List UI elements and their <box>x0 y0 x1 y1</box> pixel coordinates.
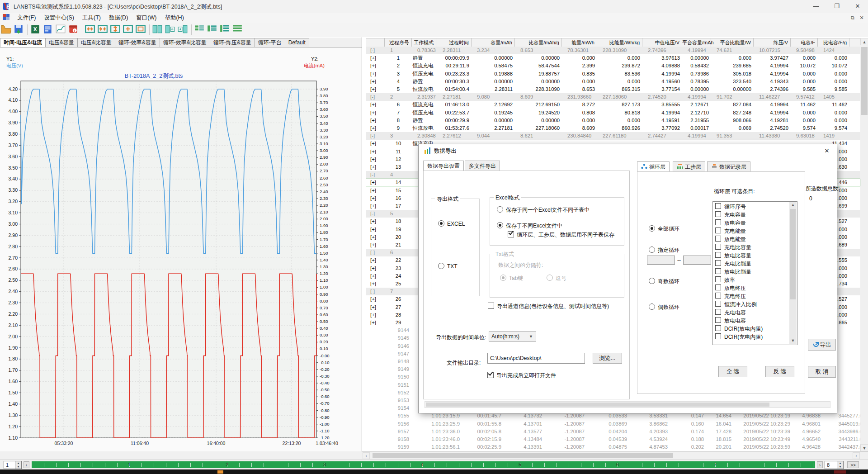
table-row[interactable]: [-]22.319372.271819.0808.609231.93660227… <box>366 93 860 101</box>
expand-toggle-icon[interactable]: [+] <box>366 85 385 93</box>
table-row[interactable]: [+]8静置00:00:29.90.000000.000000.0000.000… <box>366 117 860 124</box>
close-button[interactable]: ✕ <box>847 0 868 13</box>
invert-selection-button[interactable]: 反 选 <box>765 366 794 377</box>
list-item-0[interactable]: 循环序号 <box>713 203 789 211</box>
expand-toggle-icon[interactable]: [+] <box>366 194 385 202</box>
chart-tab-6[interactable]: 循环-平台 <box>255 38 285 47</box>
expand-toggle-icon[interactable]: [-] <box>366 47 385 54</box>
dock-right-icon[interactable] <box>177 24 189 35</box>
maximize-view-icon[interactable] <box>135 24 147 35</box>
mdi-restore-button[interactable]: ⧉ <box>849 14 856 21</box>
radio-same-excel-file[interactable]: 保存于同一个Excel文件不同子表中 <box>497 206 590 214</box>
expand-toggle-icon[interactable]: [+] <box>366 319 385 327</box>
expand-toggle-icon[interactable]: [-] <box>366 210 385 218</box>
export-button[interactable]: 导出 <box>808 339 836 351</box>
scroll-right-icon[interactable]: › <box>853 452 860 459</box>
column-header-12[interactable]: 电容/F <box>791 38 818 47</box>
list-item-5[interactable]: 充电比容量 <box>713 243 789 251</box>
minimize-button[interactable]: — <box>806 0 826 13</box>
plan-info-icon[interactable]: i <box>68 24 80 35</box>
table-row[interactable]: 91561.01:23:25.900:01:55.84.13701-1.2008… <box>366 420 860 428</box>
expand-toggle-icon[interactable]: [+] <box>366 311 385 319</box>
table-row[interactable]: [+]9恒流放电01:53:27.62.27181227.180608.6098… <box>366 124 860 132</box>
voltage-current-chart[interactable]: 4.204.104.003.903.803.703.603.503.403.30… <box>0 47 362 451</box>
table-row[interactable]: 91591.01:23:56.100:02:25.94.13391-1.2008… <box>366 443 860 451</box>
open-file-icon[interactable] <box>0 24 12 35</box>
progress-page-bar[interactable]: 1234567 <box>32 461 815 468</box>
left-page-spinner[interactable]: 1 ▲▼ <box>4 461 22 469</box>
column-header-10[interactable]: 平台比能量/W <box>711 38 754 47</box>
table-row[interactable]: 91581.01:23:46.000:02:15.94.13484-1.2008… <box>366 436 860 443</box>
expand-toggle-icon[interactable]: [+] <box>366 202 385 210</box>
cancel-button[interactable]: 取 消 <box>808 366 836 378</box>
taskbar-item[interactable] <box>834 470 846 474</box>
expand-toggle-icon[interactable]: [+] <box>366 265 385 272</box>
dock-left-icon[interactable] <box>165 24 176 35</box>
chart-tab-1[interactable]: 电压&容量 <box>45 38 78 47</box>
expand-toggle-icon[interactable]: [-] <box>366 249 385 256</box>
list-item-12[interactable]: 恒流冲入比例 <box>713 300 789 308</box>
radio-excel[interactable]: EXCEL <box>438 220 465 227</box>
chart-tab-4[interactable]: 循环-效率&比容量 <box>160 38 210 47</box>
expand-toggle-icon[interactable]: [+] <box>366 226 385 233</box>
column-header-3[interactable]: 过程时间 <box>437 38 472 47</box>
expand-toggle-icon[interactable]: [+] <box>366 78 385 85</box>
cycle-items-listbox[interactable]: 循环序号充电容量放电容量充电能量放电能量充电比容量放电比容量充电比能量放电比能量… <box>712 201 797 345</box>
table-vertical-scrollbar[interactable]: ▲ ▼ <box>860 38 868 451</box>
column-header-6[interactable]: 能量/mWh <box>562 38 597 47</box>
cycle-range-end-input[interactable] <box>683 256 711 265</box>
list-item-14[interactable]: 放电电容 <box>713 317 789 325</box>
expand-toggle-icon[interactable]: [+] <box>366 187 385 194</box>
expand-toggle-icon[interactable]: [+] <box>366 101 385 109</box>
expand-icon[interactable] <box>123 24 134 35</box>
expand-toggle-icon[interactable]: [+] <box>366 140 385 147</box>
chart-tab-5[interactable]: 循环-终压&容量 <box>210 38 255 47</box>
list-item-15[interactable]: DCIR(放电内阻) <box>713 325 789 333</box>
mdi-close-button[interactable]: ✕ <box>858 14 865 21</box>
scrollbar-thumb[interactable] <box>861 47 868 115</box>
column-header-8[interactable]: 中值电压/V <box>642 38 682 47</box>
table-row[interactable]: [+]7恒压充电00:22:53.70.1924519.245200.80880… <box>366 109 860 117</box>
table-row[interactable]: [+]1静置00:00:09.90.000000.000000.0000.000… <box>366 54 860 62</box>
chart-tab-3[interactable]: 循环-效率&容量 <box>115 38 160 47</box>
expand-toggle-icon[interactable]: [+] <box>366 117 385 124</box>
radio-specified-cycles[interactable]: 指定循环 <box>649 246 679 254</box>
scroll-down-icon[interactable]: ▼ <box>860 444 868 451</box>
column-header-9[interactable]: 平台容量/mAh <box>682 38 711 47</box>
curve-icon[interactable] <box>55 24 67 35</box>
menu-5[interactable]: 帮助(H) <box>160 13 188 23</box>
spinner-arrows-icon[interactable]: ▲▼ <box>15 461 21 469</box>
list-view-3-icon[interactable] <box>219 24 231 35</box>
column-header-7[interactable]: 比能量/Wh/kg <box>597 38 642 47</box>
dialog-close-icon[interactable]: ✕ <box>821 146 833 156</box>
menu-2[interactable]: 工具(T) <box>78 13 105 23</box>
time-unit-dropdown[interactable]: Auto(h:m:s)▼ <box>489 332 536 341</box>
list-item-2[interactable]: 放电容量 <box>713 219 789 227</box>
expand-toggle-icon[interactable]: [+] <box>366 256 385 264</box>
checkbox-separate-sheets[interactable]: 循环层、工步层、数据层用不同子表保存 <box>508 231 614 239</box>
excel-export-icon[interactable]: X <box>30 24 42 35</box>
list-item-8[interactable]: 放电比能量 <box>713 268 789 276</box>
list-item-6[interactable]: 放电比容量 <box>713 251 789 260</box>
list-item-3[interactable]: 充电能量 <box>713 227 789 235</box>
tab-export-settings[interactable]: 数据导出设置 <box>423 161 464 171</box>
scroll-left-icon[interactable]: ‹ <box>363 452 370 459</box>
expand-toggle-icon[interactable]: [-] <box>366 93 385 101</box>
expand-toggle-icon[interactable]: [+] <box>366 241 385 249</box>
save-icon[interactable] <box>13 24 25 35</box>
select-all-button[interactable]: 全 选 <box>718 366 747 377</box>
expand-toggle-icon[interactable]: [+] <box>366 272 385 280</box>
radio-even-cycles[interactable]: 偶数循环 <box>649 303 679 311</box>
browse-button[interactable]: 浏览... <box>593 353 622 364</box>
list-item-13[interactable]: 充电电容 <box>713 308 789 317</box>
fit-height-icon[interactable] <box>110 24 122 35</box>
tab-step-layer[interactable]: 工步层 <box>673 161 705 172</box>
column-header-2[interactable]: 工作模式 <box>412 38 437 47</box>
list-item-7[interactable]: 充电比能量 <box>713 260 789 268</box>
page-prev-button[interactable]: ‹ <box>24 461 29 468</box>
list-view-1-icon[interactable] <box>194 24 206 35</box>
menu-3[interactable]: 数据(D) <box>105 13 132 23</box>
expand-toggle-icon[interactable]: [+] <box>366 148 385 156</box>
table-row[interactable]: [-]32.308482.276129.0448.621230.84840227… <box>366 132 860 140</box>
expand-toggle-icon[interactable]: [+] <box>366 54 385 62</box>
